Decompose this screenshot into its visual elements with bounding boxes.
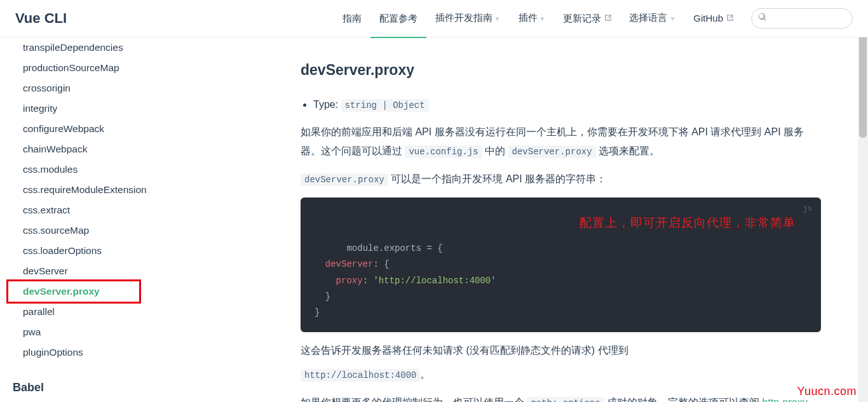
nav-item[interactable]: 选择语言▼: [620, 0, 684, 37]
type-list: Type: string | Object: [301, 95, 821, 114]
nav-item[interactable]: 配置参考: [370, 0, 426, 38]
nav-item[interactable]: 插件▼: [510, 0, 555, 37]
sidebar-item[interactable]: chainWebpack: [0, 139, 191, 159]
external-link-icon: [726, 0, 733, 8]
nav-item[interactable]: 插件开发指南▼: [426, 0, 510, 37]
sidebar-item[interactable]: css.loaderOptions: [0, 241, 191, 261]
nav-item[interactable]: GitHub: [684, 0, 742, 37]
main-content[interactable]: devServer.proxy Type: string | Object 如果…: [199, 37, 868, 402]
search-input[interactable]: [771, 13, 847, 23]
inline-code: path: options: [527, 397, 604, 402]
sidebar-item[interactable]: crossorigin: [0, 78, 191, 98]
sidebar-item[interactable]: integrity: [0, 98, 191, 119]
sidebar-item[interactable]: parallel: [0, 302, 191, 322]
sidebar-item[interactable]: css.sourceMap: [0, 220, 191, 241]
nav-item[interactable]: 更新记录: [554, 0, 620, 37]
type-item: Type: string | Object: [313, 95, 821, 114]
section-heading: devServer.proxy: [301, 57, 821, 84]
page-body: transpileDependenciesproductionSourceMap…: [0, 37, 868, 402]
sidebar-item[interactable]: productionSourceMap: [0, 58, 191, 78]
sidebar-item[interactable]: transpileDependencies: [0, 37, 191, 58]
paragraph: 如果你想要更多的代理控制行为，也可以使用一个 path: options 成对的…: [301, 393, 821, 402]
top-nav: 指南配置参考插件开发指南▼插件▼更新记录选择语言▼GitHub: [334, 0, 742, 37]
sidebar-item[interactable]: pwa: [0, 322, 191, 342]
sidebar-container: transpileDependenciesproductionSourceMap…: [0, 37, 199, 402]
inline-code: devServer.proxy: [508, 145, 596, 158]
code-lang-badge: js: [803, 203, 812, 217]
sidebar-heading[interactable]: Babel: [0, 377, 191, 399]
paragraph: 如果你的前端应用和后端 API 服务器没有运行在同一个主机上，你需要在开发环境下…: [301, 123, 821, 160]
code-block: js module.exports = { devServer: { proxy…: [301, 198, 821, 332]
chevron-down-icon: ▼: [669, 1, 675, 37]
type-label: Type:: [313, 99, 338, 110]
sidebar-item[interactable]: configureWebpack: [0, 119, 191, 139]
outer-scrollbar[interactable]: [858, 0, 868, 402]
sidebar-item[interactable]: css.modules: [0, 159, 191, 180]
paragraph: http://localhost:4000。: [301, 365, 821, 384]
sidebar-item[interactable]: css.requireModuleExtension: [0, 180, 191, 200]
external-link-icon: [604, 0, 611, 8]
content-container: devServer.proxy Type: string | Object 如果…: [199, 37, 868, 402]
watermark: Yuucn.com: [797, 385, 857, 398]
inline-code: devServer.proxy: [301, 173, 388, 186]
sidebar[interactable]: transpileDependenciesproductionSourceMap…: [0, 37, 191, 402]
inline-code: vue.config.js: [405, 145, 482, 158]
paragraph: 这会告诉开发服务器将任何未知请求 (没有匹配到静态文件的请求) 代理到: [301, 341, 821, 360]
code-annotation: 配置上，即可开启反向代理，非常简单: [580, 213, 796, 234]
search-box[interactable]: [751, 8, 853, 29]
sidebar-item[interactable]: devServer: [0, 261, 191, 281]
sidebar-item[interactable]: devServer.proxy: [0, 281, 191, 302]
inline-code: http://localhost:4000: [301, 369, 420, 382]
sidebar-item[interactable]: css.extract: [0, 200, 191, 220]
sidebar-item[interactable]: pluginOptions: [0, 342, 191, 363]
top-header: Vue CLI 指南配置参考插件开发指南▼插件▼更新记录选择语言▼GitHub: [0, 0, 868, 37]
chevron-down-icon: ▼: [494, 1, 501, 37]
brand-logo[interactable]: Vue CLI: [15, 10, 67, 27]
type-code: string | Object: [341, 99, 429, 112]
nav-item[interactable]: 指南: [334, 0, 370, 37]
chevron-down-icon: ▼: [539, 1, 546, 37]
paragraph: devServer.proxy 可以是一个指向开发环境 API 服务器的字符串：: [301, 170, 821, 189]
search-icon: [758, 13, 767, 24]
